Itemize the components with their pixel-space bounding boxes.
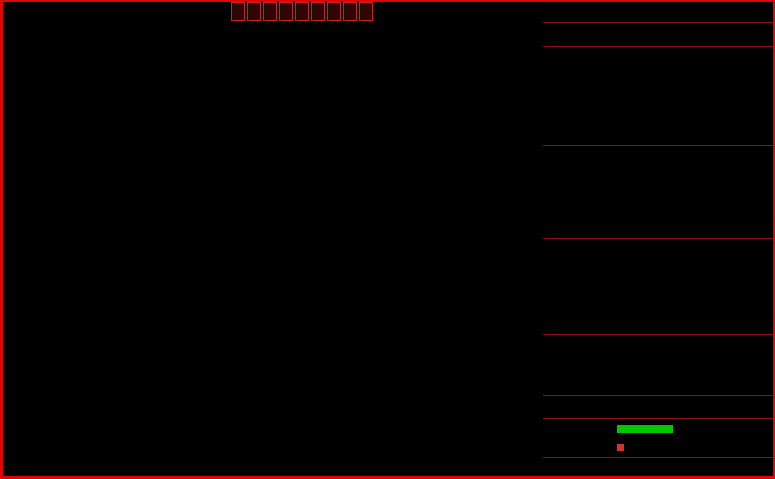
toolbar	[231, 2, 373, 20]
ask-row-4	[543, 67, 775, 87]
kline-chart[interactable]	[0, 0, 543, 479]
stock-app-window	[0, 0, 775, 479]
bid-row-2	[543, 164, 775, 183]
fin-row-eps	[543, 375, 775, 395]
ask-row-5	[543, 47, 775, 67]
ask-row-2	[543, 106, 775, 126]
toolbar-button-history[interactable]	[263, 2, 277, 21]
toolbar-button-stats[interactable]	[279, 2, 293, 21]
toolbar-button-restore[interactable]	[231, 2, 245, 21]
toolbar-button-back[interactable]	[359, 2, 373, 21]
toolbar-button-overlay[interactable]	[247, 2, 261, 21]
last-tick-row	[543, 458, 775, 478]
ask-row-1	[543, 125, 775, 145]
info-row-price-open	[543, 239, 775, 258]
toolbar-button-mark[interactable]	[327, 2, 341, 21]
trading-status	[543, 396, 775, 418]
net-inflow-row	[543, 419, 775, 438]
bid-row-5	[543, 220, 775, 239]
info-row-change-high	[543, 258, 775, 277]
toolbar-button-add-watch[interactable]	[343, 2, 357, 21]
quote-panel	[543, 0, 775, 479]
toolbar-button-f10[interactable]	[311, 2, 325, 21]
info-row-pct-low	[543, 277, 775, 296]
block-inflow-bar	[617, 444, 677, 451]
weibi-row	[543, 23, 775, 46]
window-border-top	[0, 0, 775, 2]
bid-row-1	[543, 146, 775, 165]
info-row-outer-inner	[543, 315, 775, 334]
toolbar-button-drawline[interactable]	[295, 2, 309, 21]
stock-title	[543, 0, 775, 22]
bid-row-4	[543, 201, 775, 220]
net-inflow-bar	[617, 425, 677, 433]
fin-row-turnover	[543, 335, 775, 355]
fin-row-netasset	[543, 355, 775, 375]
window-border-left	[0, 0, 3, 479]
bid-row-3	[543, 183, 775, 202]
ask-row-3	[543, 86, 775, 106]
block-inflow-row	[543, 438, 775, 457]
info-row-volume-ratio	[543, 296, 775, 315]
